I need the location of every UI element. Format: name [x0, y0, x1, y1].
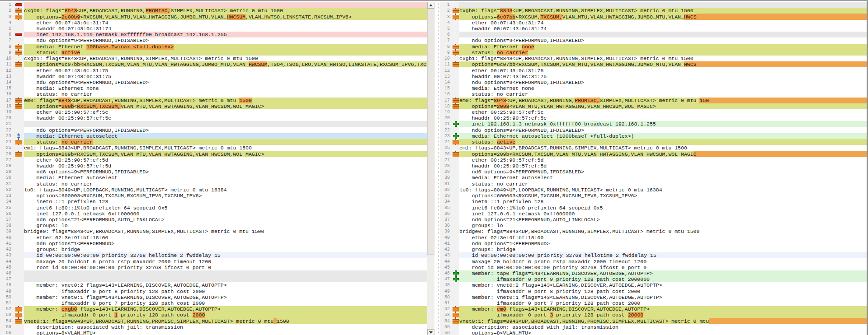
- diff-line[interactable]: 10cxgb1: flags=8843<UP,BROADCAST,RUNNING…: [0, 56, 427, 61]
- diff-line[interactable]: 29 nd6 options=9<PERFORMNUD,IFDISABLED>: [440, 169, 867, 175]
- diff-line[interactable]: 4 ether 00:07:43:0c:31:74: [440, 20, 867, 26]
- diff-line[interactable]: 29 nd6 options=9<PERFORMNUD,IFDISABLED>: [0, 169, 427, 175]
- diff-line[interactable]: 2cxgb0: flags=8843<UP,BROADCAST,RUNNING,…: [440, 8, 867, 14]
- diff-line[interactable]: 14 nd6 options=9<PERFORMNUD,IFDISABLED>: [440, 79, 867, 85]
- diff-line[interactable]: 33 options=600003<RXCSUM,TXCSUM,RXCSUM_I…: [440, 193, 867, 199]
- diff-line[interactable]: 53 ifmaxaddr 0 port 1 priority 128 path …: [0, 312, 427, 318]
- diff-line[interactable]: 9 status: active: [0, 50, 427, 56]
- left-pane-vertical-scrollbar[interactable]: [427, 2, 434, 335]
- diff-line[interactable]: 22 nd6 options=9<PERFORMNUD,IFDISABLED>: [0, 127, 427, 133]
- diff-line[interactable]: 49 ifmaxaddr 0 port 8 priority 128 path …: [440, 288, 867, 294]
- diff-line[interactable]: 27 ether 00:25:90:57:ef:5d: [0, 157, 427, 163]
- diff-line[interactable]: 52 member: em0 flags=143<LEARNING,DISCOV…: [440, 306, 867, 312]
- diff-line[interactable]: 30 media: Ethernet autoselect: [440, 175, 867, 181]
- diff-line[interactable]: 36 inet 127.0.0.1 netmask 0xff000000: [440, 211, 867, 217]
- diff-line[interactable]: 5 hwaddr 00:07:43:0c:31:74: [0, 26, 427, 32]
- diff-line[interactable]: 2cxgb0: flags=8943<UP,BROADCAST,RUNNING,…: [0, 8, 427, 14]
- diff-line[interactable]: 13 hwaddr 00:07:43:0c:31:75: [0, 74, 427, 79]
- diff-line[interactable]: 34 inet6 ::1 prefixlen 128: [440, 199, 867, 205]
- diff-line[interactable]: 43 id 00:00:00:00:00:00 priority 32768 h…: [0, 252, 427, 258]
- diff-line[interactable]: 23 media: Ethernet autoselect: [0, 133, 427, 139]
- diff-line[interactable]: 17em0: flags=8843<UP,BROADCAST,RUNNING,S…: [0, 98, 427, 103]
- diff-line[interactable]: 11 options=6c07bb<RXCSUM,TXCSUM,VLAN_MTU…: [440, 61, 867, 67]
- diff-line[interactable]: 6 inet 192.168.1.119 netmask 0xffffff00 …: [0, 32, 427, 37]
- diff-line[interactable]: 23 media: Ethernet autoselect (1000baseT…: [440, 133, 867, 139]
- diff-line[interactable]: 19 ether 00:25:90:57:ef:5c: [440, 109, 867, 115]
- diff-line[interactable]: 8 media: Ethernet none: [440, 44, 867, 50]
- diff-line[interactable]: 48 member: vnet0:2 flags=143<LEARNING,DI…: [440, 282, 867, 288]
- diff-line[interactable]: 54vnet0:1: flags=8943<UP,BROADCAST,RUNNI…: [440, 318, 867, 324]
- diff-line[interactable]: 51 ifmaxaddr 0 port 7 priority 128 path …: [0, 300, 427, 306]
- diff-line[interactable]: 33 options=600003<RXCSUM,TXCSUM,RXCSUM_I…: [0, 193, 427, 199]
- diff-line[interactable]: 16 status: no carrier: [0, 91, 427, 97]
- pane-splitter[interactable]: [434, 2, 440, 335]
- diff-line[interactable]: 56 options=8<VLAN_MTU>: [0, 330, 427, 335]
- diff-line[interactable]: 9 status: no carrier: [440, 50, 867, 56]
- diff-line[interactable]: 5 hwaddr 00:07:43:0c:31:74: [440, 26, 867, 32]
- diff-line[interactable]: 21 inet 192.168.1.3 netmask 0xffffff00 b…: [440, 121, 867, 127]
- diff-line[interactable]: 20 hwaddr 00:25:90:57:ef:5c: [0, 115, 427, 121]
- diff-line[interactable]: 53 ifmaxaddr 0 port 3 priority 128 path …: [440, 312, 867, 318]
- diff-line[interactable]: 40 ether 02:3e:9f:bf:18:00: [0, 235, 427, 241]
- diff-line[interactable]: 37 nd6 options=21<PERFORMNUD,AUTO_LINKLO…: [440, 217, 867, 223]
- diff-line[interactable]: 1: [440, 2, 867, 8]
- diff-line[interactable]: 16 status: no carrier: [440, 91, 867, 97]
- diff-line[interactable]: 4 ether 00:07:43:0c:31:74: [0, 20, 427, 26]
- diff-line[interactable]: 43 id 00:00:00:00:00:00 priority 32768 h…: [440, 252, 867, 258]
- scroll-down-button[interactable]: [427, 329, 434, 335]
- diff-line[interactable]: 36 inet 127.0.0.1 netmask 0xff000000: [0, 211, 427, 217]
- diff-line[interactable]: 30 media: Ethernet autoselect: [0, 175, 427, 181]
- diff-line[interactable]: 35 inet6 fe80::1%lo0 prefixlen 64 scopei…: [0, 205, 427, 210]
- diff-line[interactable]: 21: [0, 121, 427, 127]
- diff-line[interactable]: 3 options=6c07bb<RXCSUM,TXCSUM,VLAN_MTU,…: [440, 14, 867, 19]
- diff-line[interactable]: 31 status: no carrier: [440, 181, 867, 187]
- diff-line[interactable]: 47: [0, 276, 427, 282]
- diff-line[interactable]: 39bridge0: flags=8843<UP,BROADCAST,RUNNI…: [0, 228, 427, 234]
- diff-line[interactable]: 47 ifmaxaddr 0 port 9 priority 128 path …: [440, 276, 867, 282]
- diff-line[interactable]: 32lo0: flags=8049<UP,LOOPBACK,RUNNING,MU…: [0, 187, 427, 193]
- diff-line[interactable]: 38 groups: lo: [0, 223, 427, 228]
- diff-line[interactable]: 11 options=6c07bb<RXCSUM,TXCSUM,VLAN_MTU…: [0, 61, 427, 67]
- diff-line[interactable]: 17em0: flags=8943<UP,BROADCAST,RUNNING,P…: [440, 98, 867, 103]
- diff-line[interactable]: 1: [0, 2, 427, 8]
- diff-line[interactable]: 54vnet0:1: flags=8943<UP,BROADCAST,RUNNI…: [0, 318, 427, 324]
- diff-line[interactable]: 15 media: Ethernet none: [0, 85, 427, 91]
- diff-line[interactable]: 20 hwaddr 00:25:90:57:ef:5c: [440, 115, 867, 121]
- diff-line[interactable]: 12 ether 00:07:43:0c:31:75: [0, 67, 427, 73]
- diff-line[interactable]: 26 options=209b<RXCSUM,TXCSUM,VLAN_MTU,V…: [0, 151, 427, 157]
- diff-line[interactable]: 18 options=209b<RXCSUM,TXCSUM,VLAN_MTU,V…: [0, 103, 427, 109]
- diff-line[interactable]: 22 nd6 options=9<PERFORMNUD,IFDISABLED>: [440, 127, 867, 133]
- diff-line[interactable]: 7 nd6 options=9<PERFORMNUD,IFDISABLED>: [440, 37, 867, 43]
- diff-line[interactable]: 6: [440, 32, 867, 37]
- diff-line[interactable]: 37 nd6 options=21<PERFORMNUD,AUTO_LINKLO…: [0, 217, 427, 223]
- diff-line[interactable]: 49 ifmaxaddr 0 port 8 priority 128 path …: [0, 288, 427, 294]
- diff-line[interactable]: 45 root id 00:00:00:00:00:00 priority 32…: [440, 265, 867, 270]
- diff-line[interactable]: 41 nd6 options=1<PERFORMNUD>: [0, 241, 427, 247]
- diff-line[interactable]: 3 options=2c00b9<RXCSUM,VLAN_MTU,VLAN_HW…: [0, 14, 427, 19]
- diff-line[interactable]: 25em1: flags=8843<UP,BROADCAST,RUNNING,S…: [440, 145, 867, 151]
- diff-line[interactable]: 50 member: vnet0:1 flags=143<LEARNING,DI…: [440, 294, 867, 300]
- diff-line[interactable]: 56 options=8<VLAN_MTU>: [440, 330, 867, 335]
- diff-line[interactable]: 31 status: no carrier: [0, 181, 427, 187]
- diff-line[interactable]: 46: [0, 270, 427, 276]
- diff-line[interactable]: 42 groups: bridge: [440, 247, 867, 252]
- diff-line[interactable]: 52 member: cxgb0 flags=143<LEARNING,DISC…: [0, 306, 427, 312]
- diff-line[interactable]: 14 nd6 options=9<PERFORMNUD,IFDISABLED>: [0, 79, 427, 85]
- diff-line[interactable]: 32lo0: flags=8049<UP,LOOPBACK,RUNNING,MU…: [440, 187, 867, 193]
- diff-line[interactable]: 13 hwaddr 00:07:43:0c:31:75: [440, 74, 867, 79]
- diff-line[interactable]: 50 member: vnet0:1 flags=143<LEARNING,DI…: [0, 294, 427, 300]
- diff-line[interactable]: 39bridge0: flags=8843<UP,BROADCAST,RUNNI…: [440, 228, 867, 234]
- diff-line[interactable]: 28 hwaddr 00:25:90:57:ef:5d: [0, 163, 427, 169]
- diff-line[interactable]: 35 inet6 fe80::1%lo0 prefixlen 64 scopei…: [440, 205, 867, 210]
- diff-line[interactable]: 24 status: active: [440, 139, 867, 145]
- diff-line[interactable]: 15 media: Ethernet none: [440, 85, 867, 91]
- diff-line[interactable]: 8 media: Ethernet 10Gbase-Twinax <full-d…: [0, 44, 427, 50]
- diff-line[interactable]: 12 ether 00:07:43:0c:31:75: [440, 67, 867, 73]
- diff-line[interactable]: 55 description: associated with jail: tr…: [440, 324, 867, 330]
- right-pane[interactable]: 12cxgb0: flags=8843<UP,BROADCAST,RUNNING…: [440, 2, 867, 335]
- diff-line[interactable]: 18 options=2098<VLAN_MTU,VLAN_HWTAGGING,…: [440, 103, 867, 109]
- diff-line[interactable]: 48 member: vnet0:2 flags=143<LEARNING,DI…: [0, 282, 427, 288]
- diff-line[interactable]: 25em1: flags=8843<UP,BROADCAST,RUNNING,S…: [0, 145, 427, 151]
- diff-line[interactable]: 26 options=209b<RXCSUM,TXCSUM,VLAN_MTU,V…: [440, 151, 867, 157]
- diff-line[interactable]: 42 groups: bridge: [0, 247, 427, 252]
